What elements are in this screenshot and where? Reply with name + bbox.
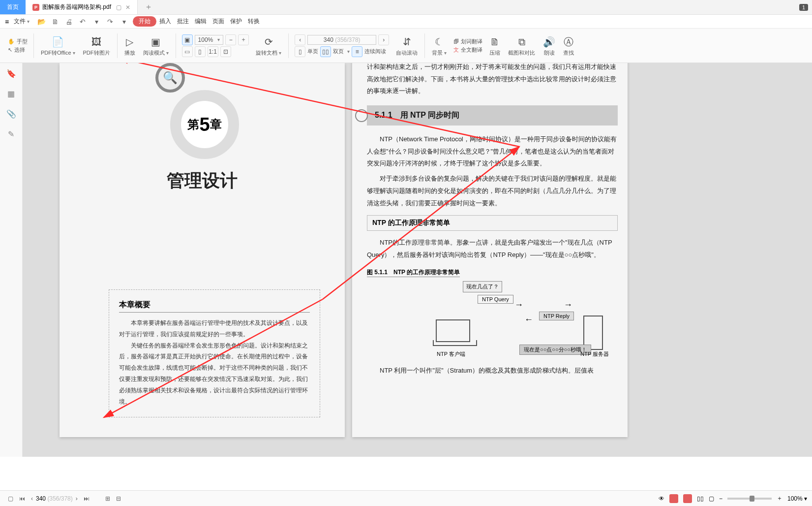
zoom-in-status-icon[interactable]: ＋ xyxy=(777,494,782,503)
btn-full-translate[interactable]: 文全文翻译 xyxy=(453,46,482,54)
hamburger-icon[interactable]: ≡ xyxy=(5,18,9,26)
redo-chevron-icon[interactable]: ▾ xyxy=(119,17,129,27)
btn-play[interactable]: ▷播放 xyxy=(120,34,139,57)
paragraph-4: NTP 利用一个叫作"层"（Stratum）的概念及其数值形成阶梯式结构。层值表 xyxy=(367,365,618,377)
chapter-title: 管理设计 xyxy=(60,169,345,193)
panel-toggle-icon[interactable]: ▢ xyxy=(5,495,16,502)
document-viewport[interactable]: 🔍 第5章 管理设计 本章概要 本章将要讲解在服务器端运行管理中使用的技术及其设… xyxy=(23,63,812,457)
view-mode-4-icon[interactable]: ▢ xyxy=(709,495,714,502)
menu-annotate[interactable]: 批注 xyxy=(174,17,192,26)
attachments-icon[interactable]: 📎 xyxy=(6,109,16,119)
arrow-right-icon: → xyxy=(564,300,572,310)
zoom-in-icon[interactable]: ＋ xyxy=(238,34,249,45)
nav-next-icon[interactable]: › xyxy=(73,495,81,502)
insert-page-after-icon[interactable]: ⊟ xyxy=(113,495,124,502)
btn-background[interactable]: ☾背景▾ xyxy=(428,34,451,57)
btn-pdf-to-image[interactable]: 🖼PDF转图片 xyxy=(79,34,114,57)
page-prev-icon[interactable]: ‹ xyxy=(295,34,305,45)
thumbnails-icon[interactable]: ▦ xyxy=(7,89,15,98)
tab-add[interactable]: ＋ xyxy=(138,0,159,14)
btn-pdf-to-office[interactable]: 📄PDF转Office▾ xyxy=(37,34,79,57)
btn-compress[interactable]: 🗎压缩 xyxy=(485,34,504,57)
layout-double[interactable]: 双页 xyxy=(333,48,344,55)
overview-text: 本章将要讲解在服务器端运行管理中使用的技术及其设计要点，以及对于运行管理，我们应… xyxy=(119,317,310,407)
page-next-icon[interactable]: › xyxy=(378,34,389,45)
undo-chevron-icon[interactable]: ▾ xyxy=(91,17,101,27)
ribbon: ✋手型 ↖选择 📄PDF转Office▾ 🖼PDF转图片 ▷播放 ▣阅读模式▾ … xyxy=(0,29,812,63)
read-mode-icon: ▣ xyxy=(151,34,160,49)
undo-icon[interactable]: ↶ xyxy=(78,17,88,27)
cursor-icon: ↖ xyxy=(8,47,12,53)
layout-double-icon[interactable]: ▯▯ xyxy=(320,46,331,57)
nav-prev-icon[interactable]: ‹ xyxy=(28,495,36,502)
layout-continuous-icon[interactable]: ≡ xyxy=(352,46,362,57)
ocr-icon: 🗐 xyxy=(453,38,459,44)
play-icon: ▷ xyxy=(126,34,133,49)
save-icon[interactable]: 🗎 xyxy=(50,17,60,27)
page-left: 🔍 第5章 管理设计 本章概要 本章将要讲解在服务器端运行管理中使用的技术及其设… xyxy=(60,63,345,437)
zoom-value[interactable]: 100% ▾ xyxy=(787,495,807,502)
insert-page-before-icon[interactable]: ⊞ xyxy=(102,495,113,502)
autoscroll-icon: ⇵ xyxy=(403,34,411,49)
paragraph-2: 对于牵涉到多台设备的复杂问题，解决的关键在于我们对该问题的理解程度。就是能够理解… xyxy=(367,173,618,209)
redo-icon[interactable]: ↷ xyxy=(105,17,115,27)
translate-icon: 文 xyxy=(453,46,459,54)
menu-file[interactable]: 文件▾ xyxy=(11,17,32,26)
menu-start[interactable]: 开始 xyxy=(133,16,156,27)
print-icon[interactable]: 🖨 xyxy=(64,17,74,27)
magnifier-graphic-icon: 🔍 xyxy=(155,63,185,93)
zoom-select[interactable]: 100%▾ xyxy=(195,35,224,45)
tab-document[interactable]: P 图解服务器端网络架构.pdf ▢ ✕ xyxy=(26,0,138,14)
popout-icon[interactable]: ▢ xyxy=(116,4,121,11)
actual-size-icon[interactable]: 1:1 xyxy=(208,46,218,57)
btn-find[interactable]: Ⓐ查找 xyxy=(559,34,578,57)
view-mode-3-icon[interactable]: ▯▯ xyxy=(697,495,704,502)
menu-convert[interactable]: 转换 xyxy=(245,17,263,26)
tool-hand[interactable]: ✋手型 xyxy=(8,38,28,45)
zoom-slider[interactable] xyxy=(727,498,772,500)
convert-office-icon: 📄 xyxy=(52,34,64,49)
btn-ocr-translate[interactable]: 🗐划词翻译 xyxy=(453,38,482,45)
convert-image-icon: 🖼 xyxy=(91,34,101,49)
menu-edit[interactable]: 编辑 xyxy=(192,17,210,26)
close-icon[interactable]: ✕ xyxy=(125,4,130,11)
page-input[interactable]: 340 (356/378) xyxy=(307,35,376,45)
status-page-input[interactable]: 340 (356/378) xyxy=(36,495,73,502)
overview-box: 本章概要 本章将要讲解在服务器端运行管理中使用的技术及其设计要点，以及对于运行管… xyxy=(109,289,320,417)
tool-select[interactable]: ↖选择 xyxy=(8,46,28,54)
zoom-out-status-icon[interactable]: − xyxy=(719,495,722,502)
chapter-badge: 第5章 xyxy=(170,90,239,159)
view-mode-1-icon[interactable] xyxy=(669,494,678,503)
quick-access: 📂 🗎 🖨 ↶ ▾ ↷ ▾ xyxy=(36,17,129,27)
fit-page-icon[interactable]: ▣ xyxy=(182,34,193,45)
nav-first-icon[interactable]: ⏮ xyxy=(16,495,28,502)
btn-read-mode[interactable]: ▣阅读模式▾ xyxy=(139,34,173,57)
tab-document-name: 图解服务器端网络架构.pdf xyxy=(42,3,111,11)
fit-width-icon[interactable]: ▭ xyxy=(182,46,193,57)
diagram-bubble: 现在几点了？ xyxy=(463,281,502,292)
layout-single[interactable]: 单页 xyxy=(307,48,318,55)
bookmark-icon[interactable]: 🔖 xyxy=(6,69,16,78)
view-mode-2-icon[interactable] xyxy=(683,494,692,503)
folder-open-icon[interactable]: 📂 xyxy=(36,17,46,27)
layout-continuous[interactable]: 连续阅读 xyxy=(364,48,386,55)
diagram-query-label: NTP Query xyxy=(478,295,513,304)
btn-rotate[interactable]: ⟳旋转文档▾ xyxy=(252,34,285,57)
btn-screenshot-compare[interactable]: ⧉截图和对比 xyxy=(504,34,539,57)
window-count-badge[interactable]: 1 xyxy=(799,4,808,11)
fit-visible-icon[interactable]: ⊡ xyxy=(220,46,231,57)
zoom-out-icon[interactable]: − xyxy=(225,34,236,45)
nav-last-icon[interactable]: ⏭ xyxy=(81,495,92,502)
menu-page[interactable]: 页面 xyxy=(210,17,227,26)
menu-protect[interactable]: 保护 xyxy=(227,17,245,26)
fit-height-icon[interactable]: ▯ xyxy=(195,46,206,57)
rotate-icon: ⟳ xyxy=(265,34,273,49)
speaker-icon: 🔊 xyxy=(543,34,555,49)
layout-single-icon[interactable]: ▯ xyxy=(295,46,305,57)
eye-icon[interactable]: 👁 xyxy=(659,495,664,502)
menu-insert[interactable]: 插入 xyxy=(156,17,174,26)
signature-icon[interactable]: ✎ xyxy=(8,129,14,139)
btn-autoscroll[interactable]: ⇵自动滚动 xyxy=(392,34,421,57)
tab-home[interactable]: 首页 xyxy=(0,0,26,14)
btn-read-aloud[interactable]: 🔊朗读 xyxy=(539,34,559,57)
